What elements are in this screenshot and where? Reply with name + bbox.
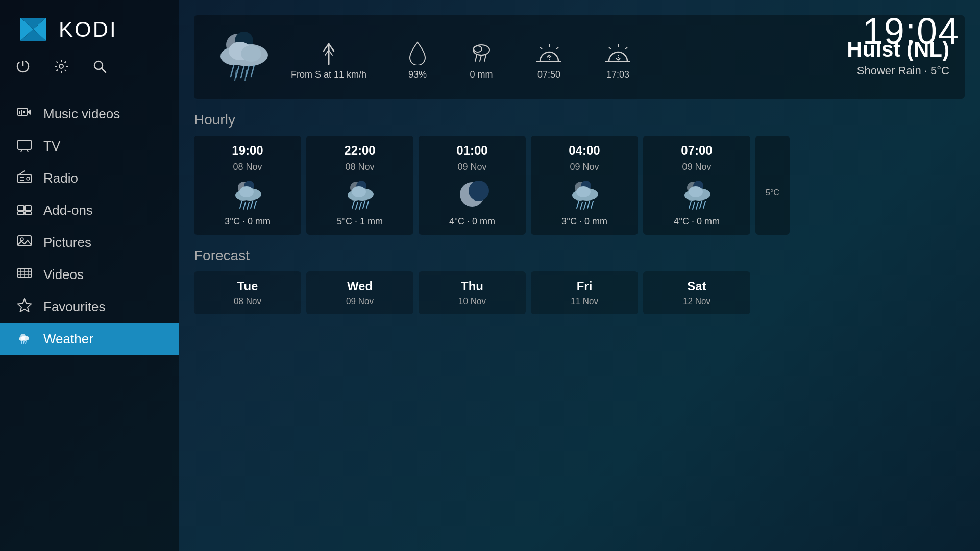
hourly-temp-1: 5°C · 1 mm: [337, 216, 383, 227]
svg-line-119: [700, 201, 702, 208]
sidebar-item-pictures[interactable]: Pictures: [0, 227, 179, 259]
logo-area: KODI: [0, 0, 179, 54]
svg-line-61: [480, 55, 481, 61]
sidebar-item-radio[interactable]: Radio: [0, 162, 179, 194]
humidity-value: 93%: [408, 69, 427, 80]
forecast-card-4[interactable]: Sat 12 Nov: [643, 271, 750, 314]
weather-header-left: From S at 11 km/h 93%: [209, 26, 632, 89]
pictures-label: Pictures: [43, 235, 91, 251]
clock-display: 19:04: [863, 10, 960, 52]
wind-value: From S at 11 km/h: [291, 69, 366, 80]
forecast-card-3[interactable]: Fri 11 Nov: [531, 271, 638, 314]
hourly-card-1[interactable]: 22:00 08 Nov 5°C · 1 mm: [306, 136, 413, 235]
svg-line-38: [23, 341, 24, 344]
svg-line-60: [475, 55, 477, 61]
videos-icon: [15, 266, 33, 284]
hourly-label: Hourly: [194, 112, 965, 128]
svg-line-106: [577, 201, 579, 208]
app-title: KODI: [59, 17, 117, 42]
hourly-card-4[interactable]: 07:00 09 Nov 4°C · 0 mm: [643, 136, 750, 235]
weather-icon: [15, 330, 33, 348]
svg-line-98: [366, 201, 369, 208]
hourly-date-1: 08 Nov: [345, 162, 374, 172]
svg-line-37: [21, 341, 22, 344]
forecast-date-2: 10 Nov: [458, 296, 486, 307]
sidebar-icon-row: [0, 54, 179, 93]
settings-button[interactable]: [54, 59, 69, 78]
hourly-time-1: 22:00: [344, 143, 375, 158]
humidity-stat: 93%: [407, 40, 428, 80]
svg-point-26: [20, 238, 23, 241]
sidebar-item-videos[interactable]: Videos: [0, 259, 179, 291]
hourly-temp-5: 5°C: [766, 188, 779, 197]
hourly-date-4: 09 Nov: [682, 162, 711, 172]
svg-line-75: [625, 47, 627, 49]
svg-line-120: [703, 201, 705, 208]
search-button[interactable]: [92, 59, 107, 78]
svg-point-18: [27, 177, 30, 180]
power-button[interactable]: [15, 59, 31, 78]
music-videos-label: Music videos: [43, 106, 120, 122]
add-ons-icon: [15, 202, 33, 219]
forecast-card-0[interactable]: Tue 08 Nov: [194, 271, 301, 314]
hourly-icon-0: [229, 177, 267, 212]
tv-icon: [15, 137, 33, 155]
hourly-icon-4: [678, 177, 716, 212]
forecast-date-0: 08 Nov: [234, 296, 261, 307]
sidebar-item-music-videos[interactable]: Music videos: [0, 98, 179, 130]
radio-label: Radio: [43, 170, 78, 186]
svg-line-110: [591, 201, 593, 208]
forecast-day-3: Fri: [577, 279, 593, 293]
hourly-time-0: 19:00: [232, 143, 263, 158]
hourly-card-2[interactable]: 01:00 09 Nov 4°C · 0 mm: [419, 136, 526, 235]
rain-value: 0 mm: [470, 69, 493, 80]
forecast-card-2[interactable]: Thu 10 Nov: [419, 271, 526, 314]
svg-rect-23: [18, 212, 24, 215]
radio-icon: [15, 169, 33, 187]
rain-stat: 0 mm: [469, 40, 494, 80]
hourly-card-0[interactable]: 19:00 08 Nov 3°C · 0 mm: [194, 136, 301, 235]
svg-line-87: [251, 201, 253, 208]
svg-line-74: [609, 47, 611, 49]
forecast-date-3: 11 Nov: [571, 296, 598, 307]
hourly-time-2: 01:00: [456, 143, 487, 158]
svg-line-97: [363, 201, 365, 208]
svg-line-48: [241, 66, 244, 78]
weather-label: Weather: [43, 331, 93, 347]
sidebar-item-add-ons[interactable]: Add-ons: [0, 194, 179, 227]
hourly-icon-1: [341, 177, 379, 212]
hourly-card-3[interactable]: 04:00 09 Nov 3°C · 0 mm: [531, 136, 638, 235]
svg-line-67: [556, 47, 558, 49]
hourly-icon-2: [453, 177, 492, 212]
hourly-date-0: 08 Nov: [233, 162, 262, 172]
rain-icon: [469, 40, 494, 65]
sidebar: KODI: [0, 0, 179, 551]
svg-point-83: [239, 186, 254, 197]
wind-stat: From S at 11 km/h: [291, 40, 366, 80]
svg-line-66: [540, 47, 542, 49]
svg-rect-21: [18, 206, 24, 211]
sidebar-item-weather[interactable]: Weather: [0, 323, 179, 355]
svg-rect-22: [25, 206, 31, 211]
sidebar-item-tv[interactable]: TV: [0, 130, 179, 162]
forecast-day-1: Wed: [347, 279, 373, 293]
hourly-row: 19:00 08 Nov 3°C · 0 mm 22:00 08 Nov: [194, 136, 965, 235]
svg-line-96: [359, 202, 361, 209]
hourly-card-5[interactable]: 5°C: [755, 136, 790, 235]
hourly-temp-4: 4°C · 0 mm: [674, 216, 720, 227]
favourites-icon: [15, 298, 33, 316]
forecast-day-4: Sat: [687, 279, 706, 293]
kodi-logo: [15, 15, 51, 43]
hourly-date-2: 09 Nov: [457, 162, 486, 172]
forecast-card-1[interactable]: Wed 09 Nov: [306, 271, 413, 314]
sidebar-item-favourites[interactable]: Favourites: [0, 291, 179, 323]
svg-line-62: [484, 55, 486, 61]
humidity-icon: [407, 40, 428, 65]
pictures-icon: [15, 234, 33, 252]
svg-marker-33: [18, 299, 31, 312]
current-weather-icon: [209, 26, 276, 89]
forecast-date-4: 12 Nov: [683, 296, 710, 307]
main-content: 19:04: [179, 0, 980, 551]
sunrise-icon: [535, 40, 563, 65]
svg-point-36: [19, 337, 25, 341]
